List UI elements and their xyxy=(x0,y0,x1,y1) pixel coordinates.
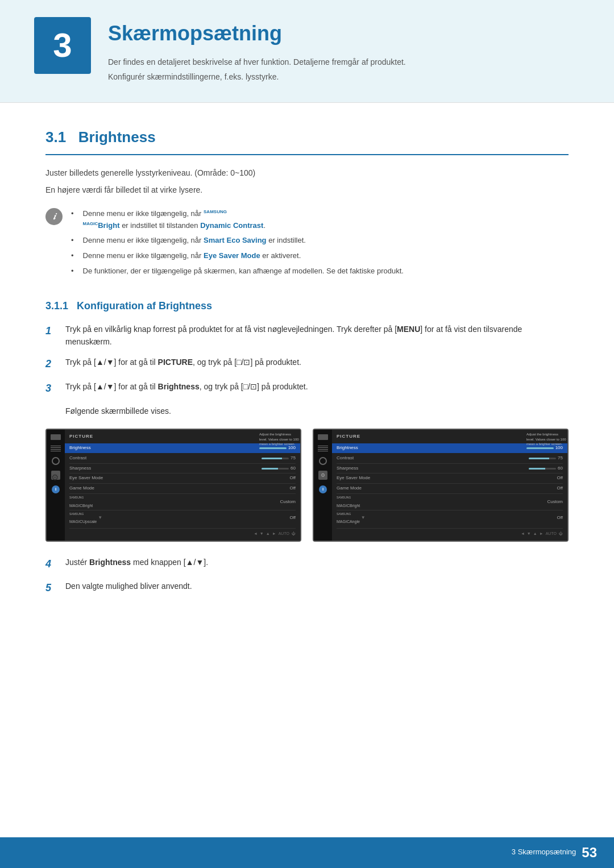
screenshot1-row-magicbright: SAMSUNGMAGICBright Custom xyxy=(69,494,296,510)
chapter-title-area: Skærmopsætning Der findes en detaljeret … xyxy=(108,17,580,85)
step-3: 3 Tryk på [▲/▼] for at gå til Brightness… xyxy=(45,380,569,397)
step-3-text: Tryk på [▲/▼] for at gå til Brightness, … xyxy=(65,380,569,393)
subsection-title: 3.1.1 Konfiguration af Brightness xyxy=(45,298,569,314)
note-item-1: Denne menu er ikke tilgængelig, når SAMS… xyxy=(71,208,569,232)
footer-page: 53 xyxy=(582,842,597,863)
note-box: 𝑖 Denne menu er ikke tilgængelig, når SA… xyxy=(45,208,569,281)
step-1-text: Tryk på en vilkårlig knap forrest på pro… xyxy=(65,323,569,348)
menu-icon-circle xyxy=(52,457,60,465)
menu-icon-info: i xyxy=(52,485,60,493)
note-text-4: De funktioner, der er tilgængelige på sk… xyxy=(83,265,404,277)
step-2-text: Tryk på [▲/▼] for at gå til PICTURE, og … xyxy=(65,356,569,368)
step-5-text: Den valgte mulighed bliver anvendt. xyxy=(65,580,569,592)
note-icon: 𝑖 xyxy=(45,208,63,225)
magic-bright-label: Bright xyxy=(98,221,119,230)
screenshots-area: ⚙ i PICTURE Brightness 100 xyxy=(45,429,569,541)
smart-eco-label: Smart Eco Saving xyxy=(204,236,267,244)
screenshot2-sidenote: Adjust the brightness level. Values clos… xyxy=(526,432,566,446)
screenshot1-row-contrast: Contrast 75 xyxy=(69,454,296,464)
page-footer: 3 Skærmopsætning 53 xyxy=(0,837,614,868)
menu2-icon-home xyxy=(318,434,328,440)
step-1: 1 Tryk på en vilkårlig knap forrest på p… xyxy=(45,323,569,348)
section-31-name: Brightness xyxy=(78,128,156,146)
footer-text: 3 Skærmopsætning xyxy=(512,846,576,858)
screenshot2-row-magicangle: SAMSUNGMAGICAngle ▼ Off xyxy=(337,510,563,526)
note-item-3: Denne menu er ikke tilgængelig, når Eye … xyxy=(71,250,569,262)
step-3-subtext: Følgende skærmbillede vises. xyxy=(65,405,569,417)
screenshot1-row-magicupscale: SAMSUNGMAGICUpscale ▼ Off xyxy=(69,510,296,526)
menu2-icon-info: i xyxy=(319,485,327,493)
screenshot2-row-contrast: Contrast 75 xyxy=(337,454,563,464)
step-4-number: 4 xyxy=(45,556,57,572)
chapter-desc1: Der findes en detaljeret beskrivelse af … xyxy=(108,56,580,68)
intro-text-2: En højere værdi får billedet til at virk… xyxy=(45,184,569,196)
menu-icon-gear: ⚙ xyxy=(51,471,60,480)
page: 3 Skærmopsætning Der findes en detaljere… xyxy=(0,0,614,868)
step-1-number: 1 xyxy=(45,323,57,339)
eye-saver-label: Eye Saver Mode xyxy=(204,251,260,260)
chapter-title: Skærmopsætning xyxy=(108,17,580,50)
steps-list: 1 Tryk på en vilkårlig knap forrest på p… xyxy=(45,323,569,418)
intro-text-1: Juster billedets generelle lysstyrkenive… xyxy=(45,167,569,179)
screenshot-1: ⚙ i PICTURE Brightness 100 xyxy=(45,429,301,541)
menu2-icon-circle xyxy=(319,457,327,465)
step-2: 2 Tryk på [▲/▼] for at gå til PICTURE, o… xyxy=(45,356,569,372)
screenshot-2: ⚙ i PICTURE Brightness 100 xyxy=(313,429,569,541)
menu2-icon-gear: ⚙ xyxy=(318,471,327,480)
screenshot2-row-magicbright: SAMSUNGMAGICBright Custom xyxy=(337,494,563,510)
chapter-header: 3 Skærmopsætning Der findes en detaljere… xyxy=(0,0,614,103)
chapter-desc2: Konfigurér skærmindstillingerne, f.eks. … xyxy=(108,70,580,83)
chapter-number: 3 xyxy=(34,17,91,74)
screenshot2-row-sharpness: Sharpness 60 xyxy=(337,464,563,474)
section-31-title: 3.1 Brightness xyxy=(45,126,569,155)
menu2-icon-lines xyxy=(318,446,328,451)
screenshot1-sidenote: Adjust the brightness level. Values clos… xyxy=(259,432,299,446)
screenshot1-row-eyesaver: Eye Saver Mode Off xyxy=(69,474,296,484)
screenshot1-bottom-nav: ◄ ▼ ▲ ► AUTO ⏻ xyxy=(69,528,296,537)
note-item-4: De funktioner, der er tilgængelige på sk… xyxy=(71,265,569,277)
step-4: 4 Justér Brightness med knappen [▲/▼]. xyxy=(45,556,569,572)
menu-icon-home xyxy=(51,434,61,440)
screenshot1-row-sharpness: Sharpness 60 xyxy=(69,464,296,474)
step-2-number: 2 xyxy=(45,356,57,372)
step-5-number: 5 xyxy=(45,580,57,596)
step-4-text: Justér Brightness med knappen [▲/▼]. xyxy=(65,556,569,568)
screenshot2-row-gamemode: Game Mode Off xyxy=(337,484,563,494)
note-items: Denne menu er ikke tilgængelig, når SAMS… xyxy=(71,208,569,281)
step-5: 5 Den valgte mulighed bliver anvendt. xyxy=(45,580,569,596)
main-content: 3.1 Brightness Juster billedets generell… xyxy=(0,103,614,627)
menu-icon-lines xyxy=(51,446,61,451)
dynamic-contrast-label: Dynamic Contrast xyxy=(200,221,263,230)
note-item-2: Denne menu er ikke tilgængelig, når Smar… xyxy=(71,235,569,247)
screenshot2-bottom-nav: ◄ ▼ ▲ ► AUTO ⏻ xyxy=(337,528,563,537)
subsection-number: 3.1.1 xyxy=(45,300,68,312)
subsection-name: Konfiguration af Brightness xyxy=(77,300,212,312)
step-3-number: 3 xyxy=(45,380,57,397)
screenshot1-row-gamemode: Game Mode Off xyxy=(69,484,296,494)
section-31-number: 3.1 xyxy=(45,128,66,146)
screenshot2-row-eyesaver: Eye Saver Mode Off xyxy=(337,474,563,484)
